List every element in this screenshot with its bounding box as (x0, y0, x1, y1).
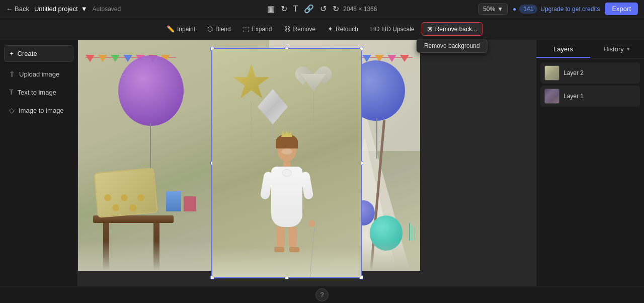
remove-button[interactable]: ⛓ Remove (279, 23, 320, 35)
layer2-thumbnail (544, 65, 559, 81)
layer2-item[interactable]: Layer 2 (540, 62, 640, 84)
history-tab[interactable]: History ▼ (590, 40, 644, 58)
dimensions-label: 2048 × 1366 (343, 6, 377, 13)
image-to-image-button[interactable]: ◇ Image to image (4, 102, 73, 118)
zoom-chevron-icon: ▼ (497, 6, 503, 13)
left-sidebar: + Create ⇧ Upload image T Text to image … (0, 40, 78, 286)
remove-bg-tooltip: Remove background (417, 39, 488, 53)
remove-icon: ⛓ (284, 25, 290, 33)
create-button[interactable]: + Create (4, 45, 73, 62)
credits-icon: ● (513, 6, 516, 13)
credits-badge: 141 (519, 5, 537, 14)
layer1-thumbnail (544, 89, 559, 104)
upgrade-link[interactable]: Upgrade to get credits (540, 6, 600, 13)
frame-icon[interactable]: ▦ (267, 4, 275, 14)
text-to-image-icon: T (9, 88, 14, 96)
help-button[interactable]: ? (315, 288, 329, 301)
zoom-value: 50% (483, 6, 495, 13)
remove-bg-label: Remove back... (435, 26, 477, 33)
bottom-bar: ? (0, 286, 644, 303)
retouch-label: Retouch (336, 26, 358, 33)
toolbar: ✏️ Inpaint ⬡ Blend ⬚ Expand ⛓ Remove ✦ R… (0, 18, 644, 40)
expand-icon: ⬚ (243, 25, 249, 33)
expand-label: Expand (252, 26, 272, 33)
chevron-down-icon: ▼ (81, 5, 88, 13)
back-label: Back (15, 5, 29, 13)
retouch-button[interactable]: ✦ Retouch (323, 23, 363, 35)
back-button[interactable]: ← Back (6, 5, 29, 13)
image-to-image-icon: ◇ (9, 106, 15, 114)
layers-tab-label: Layers (553, 45, 573, 53)
right-sidebar-tabs: Layers History ▼ (536, 40, 644, 58)
link-icon[interactable]: 🔗 (304, 4, 314, 14)
create-label: Create (18, 50, 37, 57)
blend-button[interactable]: ⬡ Blend (202, 23, 236, 35)
layer2-canvas[interactable]: ↻ (211, 48, 362, 278)
create-plus-icon: + (10, 50, 14, 57)
top-bar-tools: ▦ ↻ T 🔗 ↺ ↻ (267, 4, 340, 14)
inpaint-label: Inpaint (177, 26, 195, 33)
remove-label: Remove (293, 26, 315, 33)
rotate-icon[interactable]: ↻ (281, 4, 287, 14)
bunting-left (86, 48, 176, 58)
blend-icon: ⬡ (207, 25, 213, 33)
refresh-icon[interactable]: ↻ (282, 40, 288, 48)
autosaved-label: Autosaved (93, 6, 121, 13)
main-area: + Create ⇧ Upload image T Text to image … (0, 40, 644, 286)
history-tab-label: History (603, 45, 623, 53)
layer1-label: Layer 1 (564, 93, 584, 100)
heart-balloon (296, 59, 331, 133)
top-bar: ← Back Untitled project ▼ Autosaved ▦ ↻ … (0, 0, 644, 18)
history-chevron-icon: ▼ (626, 46, 631, 52)
top-bar-center: ▦ ↻ T 🔗 ↺ ↻ 2048 × 1366 (267, 4, 377, 14)
blue-balloon-string (376, 118, 377, 159)
upscale-button[interactable]: HD HD Upscale (365, 23, 420, 35)
upscale-label: HD Upscale (382, 26, 415, 33)
upload-label: Upload image (19, 70, 59, 78)
layer2-scene (212, 49, 361, 277)
right-sidebar: Layers History ▼ Layer 2 Layer 1 (536, 40, 644, 286)
tent-tassel (409, 223, 415, 241)
text-icon[interactable]: T (293, 5, 298, 14)
box-item (166, 191, 181, 211)
small-box (184, 196, 196, 211)
toolbar-wrapper: ✏️ Inpaint ⬡ Blend ⬚ Expand ⛓ Remove ✦ R… (0, 18, 644, 40)
upload-image-button[interactable]: ⇧ Upload image (4, 66, 73, 82)
layer2-label: Layer 2 (564, 69, 584, 77)
inpaint-button[interactable]: ✏️ Inpaint (162, 23, 200, 35)
credits-button[interactable]: ● 141 Upgrade to get credits (513, 5, 600, 14)
export-button[interactable]: Export (605, 3, 638, 15)
canvas-area[interactable]: ↻ (78, 40, 536, 286)
retouch-icon: ✦ (328, 25, 333, 33)
blend-label: Blend (215, 26, 231, 33)
layer1-item[interactable]: Layer 1 (540, 86, 640, 107)
tooltip-text: Remove background (424, 42, 480, 49)
inpaint-icon: ✏️ (167, 25, 175, 33)
undo-icon[interactable]: ↺ (320, 4, 327, 14)
redo-icon[interactable]: ↻ (333, 4, 339, 14)
project-title-text: Untitled project (34, 5, 78, 13)
diamond-balloon (258, 89, 288, 156)
top-bar-left: ← Back Untitled project ▼ Autosaved (6, 5, 121, 13)
layers-list: Layer 2 Layer 1 (536, 58, 644, 111)
image-to-image-label: Image to image (19, 107, 64, 114)
purple-balloon (118, 55, 184, 126)
text-to-image-label: Text to image (18, 89, 56, 96)
back-arrow-icon: ← (6, 5, 13, 13)
text-to-image-button[interactable]: T Text to image (4, 84, 73, 100)
project-title-btn[interactable]: Untitled project ▼ (34, 5, 88, 13)
remove-bg-icon: ⊠ (427, 25, 433, 33)
expand-button[interactable]: ⬚ Expand (238, 23, 277, 35)
remove-bg-wrapper: ⊠ Remove back... Remove background (422, 22, 482, 36)
remove-bg-button[interactable]: ⊠ Remove back... (422, 22, 482, 36)
upload-icon: ⇧ (9, 70, 15, 78)
help-icon: ? (320, 291, 324, 298)
upscale-icon: HD (370, 25, 380, 33)
zoom-button[interactable]: 50% ▼ (478, 4, 508, 15)
top-bar-right: 50% ▼ ● 141 Upgrade to get credits Expor… (478, 3, 638, 15)
layers-tab[interactable]: Layers (536, 40, 590, 58)
